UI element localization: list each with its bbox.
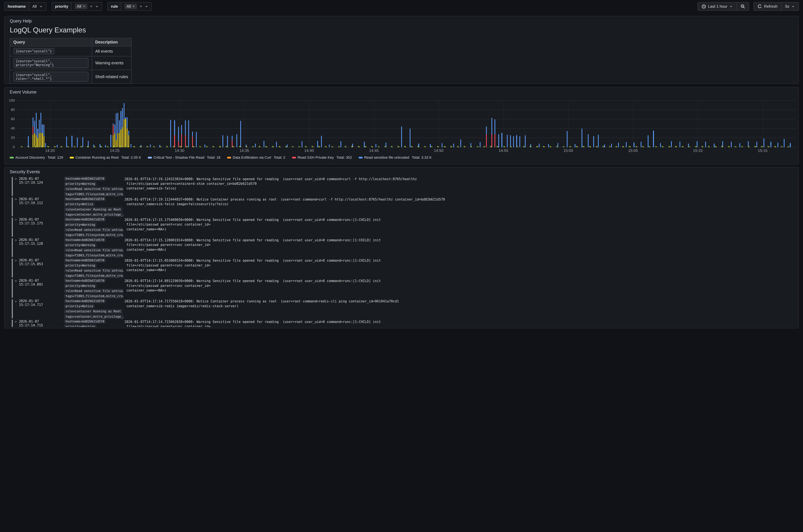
log-level-bar — [12, 238, 13, 257]
chart-bar — [676, 146, 677, 147]
gridline-vertical — [244, 101, 245, 147]
log-label-chip[interactable]: tags=container,mitre_privilege_… — [64, 212, 123, 217]
log-label-chip[interactable]: rule=Container Running as Root — [64, 309, 123, 314]
chevron-right-icon[interactable]: > — [15, 176, 19, 196]
chart-bar — [736, 146, 736, 147]
log-label-chip[interactable]: priority=Warning — [64, 243, 96, 247]
log-label-chip[interactable]: hostname=bd82b621d570 — [64, 299, 106, 303]
log-label-chip[interactable]: rule=Read sensitive file untrus… — [64, 289, 123, 293]
chart-bar — [782, 146, 783, 147]
log-label-chip[interactable]: priority=Warning — [64, 324, 96, 327]
chevron-right-icon[interactable]: > — [15, 299, 19, 319]
log-message: 2026-01-07T14:17:15.053009154+0000: Warn… — [125, 258, 794, 278]
chevron-right-icon[interactable]: > — [15, 258, 19, 278]
legend-item[interactable]: Data Exfiltration via CurlTotal: 2 — [227, 155, 285, 159]
filter-value-dropdown[interactable]: All✕✕ — [121, 2, 152, 11]
log-label-chip[interactable]: hostname=bd82b621d570 — [64, 258, 106, 263]
chart-bar — [260, 146, 260, 147]
chart-bar — [150, 145, 151, 147]
log-row[interactable]: >2026-01-07 15:17:19.124hostname=bd82b62… — [9, 176, 794, 196]
refresh-button[interactable]: Refresh — [753, 2, 782, 11]
chart-bar — [36, 113, 37, 135]
log-label-chip[interactable]: hostname=bd82b621d570 — [64, 238, 106, 242]
chart-bar — [199, 146, 200, 147]
close-icon[interactable]: ✕ — [83, 5, 85, 8]
log-label-chip[interactable]: priority=Warning — [64, 284, 96, 288]
query-code[interactable]: {source="syscall", priority="Warning"} — [13, 58, 89, 68]
log-label-chip[interactable]: rule=Container Running as Root — [64, 207, 123, 211]
chart-bar — [391, 146, 392, 147]
y-tick-label: 100 — [9, 98, 15, 102]
panel-query-help: Query Help LogQL Query Examples Query De… — [4, 16, 799, 84]
legend-item[interactable]: Read sensitive file untrustedTotal: 3.33… — [359, 155, 432, 159]
chevron-right-icon[interactable]: > — [15, 279, 19, 299]
log-label-chip[interactable]: rule=Read sensitive file untrus… — [64, 228, 123, 232]
chart-bar — [338, 146, 339, 147]
chart-bar — [775, 146, 776, 147]
log-label-chip[interactable]: priority=Notice — [64, 202, 95, 206]
chevron-right-icon[interactable]: > — [15, 319, 19, 327]
legend-item[interactable]: Read SSH Private KeyTotal: 352 — [292, 155, 352, 159]
log-label-chip[interactable]: priority=Warning — [64, 263, 96, 268]
log-row[interactable]: >2026-01-07 15:17:15.175hostname=bd82b62… — [9, 217, 794, 237]
log-label-chip[interactable]: rule=Read sensitive file untrus… — [64, 187, 123, 191]
log-label-chip[interactable]: tags=T1003,filesystem,mitre_cre… — [64, 192, 123, 196]
chevron-right-icon[interactable]: > — [15, 197, 19, 217]
log-row[interactable]: >2026-01-07 15:17:14.715hostname=bd82b62… — [9, 319, 794, 327]
filter-selected-chip[interactable]: All✕ — [75, 4, 87, 9]
query-code[interactable]: {source="syscall"} — [13, 48, 54, 54]
log-label-chip[interactable]: hostname=bd82b621d570 — [64, 176, 106, 181]
log-label-chip[interactable]: priority=Notice — [64, 304, 95, 308]
time-range-button[interactable]: Last 1 hour — [697, 2, 737, 11]
log-level-bar — [12, 218, 13, 236]
close-icon[interactable]: ✕ — [90, 5, 92, 8]
chart-bar — [405, 146, 406, 147]
grafana-dashboard: hostnameAllpriorityAll✕✕ruleAll✕✕ Last 1… — [0, 0, 803, 435]
dashboard-toolbar: hostnameAllpriorityAll✕✕ruleAll✕✕ Last 1… — [0, 0, 803, 13]
log-label-chip[interactable]: rule=Read sensitive file untrus… — [64, 248, 123, 252]
log-label-chip[interactable]: hostname=bd82b621d570 — [64, 217, 106, 222]
chart-bar — [756, 142, 757, 147]
filter-selected-chip[interactable]: All✕ — [125, 4, 137, 9]
event-volume-plot[interactable] — [18, 101, 795, 147]
x-tick-label: 14:45 — [369, 148, 379, 153]
zoom-out-button[interactable] — [737, 2, 749, 11]
legend-item[interactable]: Critical Test - Shadow File ReadTotal: 1… — [148, 155, 220, 159]
log-label-chip[interactable]: tags=T1003,filesystem,mitre_cre… — [64, 273, 123, 278]
close-icon[interactable]: ✕ — [132, 5, 135, 8]
log-label-chip[interactable]: tags=T1003,filesystem,mitre_cre… — [64, 253, 123, 258]
chart-bar — [188, 120, 189, 147]
log-row[interactable]: >2026-01-07 15:17:15.128hostname=bd82b62… — [9, 238, 794, 258]
log-label-chip[interactable]: hostname=bd82b621d570 — [64, 319, 106, 324]
chart-bar — [125, 119, 126, 147]
log-row[interactable]: >2026-01-07 15:17:19.112hostname=bd82b62… — [9, 197, 794, 217]
log-label-chip[interactable]: priority=Warning — [64, 182, 96, 186]
refresh-interval-button[interactable]: 5s — [782, 2, 799, 11]
log-row[interactable]: >2026-01-07 15:17:14.891hostname=bd82b62… — [9, 279, 794, 299]
filter-value-dropdown[interactable]: All — [29, 2, 47, 11]
legend-item[interactable]: Container Running as RootTotal: 2.05 K — [70, 155, 141, 159]
chart-bar — [634, 142, 634, 147]
query-code[interactable]: {source="syscall", rule=~".*shell.*"} — [13, 72, 89, 82]
chevron-right-icon[interactable]: > — [15, 238, 19, 258]
filter-value-dropdown[interactable]: All✕✕ — [71, 2, 102, 11]
log-labels: hostname=bd82b621d570priority=Warningrul… — [64, 279, 124, 299]
chart-bar — [683, 146, 683, 147]
legend-item[interactable]: Account DiscoveryTotal: 129 — [10, 155, 63, 159]
log-row[interactable]: >2026-01-07 15:17:15.053hostname=bd82b62… — [9, 258, 794, 278]
log-list[interactable]: >2026-01-07 15:17:19.124hostname=bd82b62… — [9, 176, 794, 327]
close-icon[interactable]: ✕ — [140, 5, 142, 8]
log-label-chip[interactable]: tags=T1003,filesystem,mitre_cre… — [64, 294, 123, 298]
log-label-chip[interactable]: tags=container,mitre_privilege_… — [64, 314, 123, 319]
gridline-vertical — [439, 101, 439, 147]
log-label-chip[interactable]: priority=Warning — [64, 222, 96, 227]
log-label-chip[interactable]: rule=Read sensitive file untrus… — [64, 268, 123, 273]
log-label-chip[interactable]: hostname=bd82b621d570 — [64, 279, 106, 283]
log-label-chip[interactable]: tags=T1003,filesystem,mitre_cre… — [64, 233, 123, 237]
chevron-right-icon[interactable]: > — [15, 217, 19, 237]
log-label-chip[interactable]: hostname=bd82b621d570 — [64, 197, 106, 201]
chart-bar — [35, 146, 36, 147]
log-row[interactable]: >2026-01-07 15:17:14.717hostname=bd82b62… — [9, 299, 794, 319]
chart-bar — [121, 130, 121, 147]
log-message-line: file=/etc/passwd parent=containerd-shim … — [125, 182, 794, 186]
